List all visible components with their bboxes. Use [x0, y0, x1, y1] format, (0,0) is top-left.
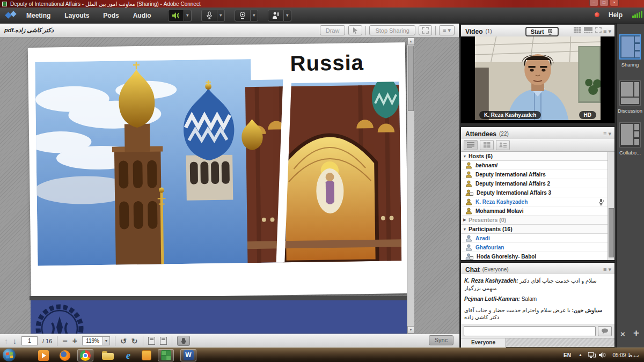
grid-view-icon[interactable] — [574, 27, 581, 33]
tab-everyone[interactable]: Everyone — [461, 338, 506, 348]
scrollbar-thumb[interactable] — [408, 46, 414, 111]
windows-taskbar: e W EN ▲ ب.ظ 05:09 — [0, 348, 644, 362]
presenters-section-row[interactable]: ▶ Presenters (0) — [461, 216, 608, 225]
zoom-level-select[interactable]: 119% ▼ — [82, 336, 110, 345]
attendee-row[interactable]: Hoda Ghoreishy- Babol — [461, 252, 608, 260]
zoom-in-button[interactable]: + — [72, 336, 77, 346]
webcam-dropdown[interactable]: ▾ — [251, 10, 258, 21]
chat-pod-menu-button[interactable]: ≡ ▾ — [603, 266, 611, 273]
stop-sharing-button[interactable]: Stop Sharing — [369, 25, 415, 35]
chat-text: با عرض سلام واحترام خدمت حضار و جناب آقا… — [464, 307, 570, 321]
raise-hand-button[interactable] — [268, 10, 284, 21]
attendee-list-view-button[interactable] — [464, 140, 478, 150]
attendee-row[interactable]: Ghafourian — [461, 243, 608, 252]
menu-audio[interactable]: Audio — [126, 8, 158, 24]
tray-volume-icon[interactable] — [599, 352, 606, 358]
mic-control: ▾ — [201, 10, 225, 21]
rotate-left-button[interactable]: ↺ — [120, 337, 127, 345]
layout-discussion-label[interactable]: Discussion — [616, 108, 644, 114]
draw-button[interactable]: Draw — [320, 25, 346, 35]
layout-collaboration-label[interactable]: Collabo... — [616, 150, 644, 156]
start-button[interactable] — [3, 349, 16, 361]
zoom-dropdown-caret[interactable]: ▼ — [103, 337, 109, 345]
layout-discussion-thumbnail[interactable] — [619, 80, 641, 106]
attendees-pod-menu-button[interactable]: ≡ ▾ — [603, 130, 611, 137]
pan-tool-button[interactable] — [177, 336, 190, 346]
start-webcam-button[interactable]: Start — [525, 27, 559, 36]
collapse-triangle-icon: ▼ — [461, 227, 469, 231]
taskbar-chrome-icon[interactable] — [77, 349, 93, 361]
chat-message: سیاوش خون: با عرض سلام واحترام خدمت حضار… — [464, 307, 611, 321]
attendee-row[interactable]: Deputy International Affairs 3 — [461, 188, 608, 197]
taskbar-firefox-icon[interactable] — [57, 349, 73, 361]
filmstrip-view-icon[interactable] — [584, 27, 592, 33]
menu-layouts[interactable]: Layouts — [57, 8, 96, 24]
status-dropdown[interactable]: ▾ — [284, 10, 291, 21]
share-pod-menu-button[interactable]: ≡ ▾ — [439, 25, 455, 35]
mic-dropdown[interactable]: ▾ — [217, 10, 225, 21]
speaker-button[interactable] — [168, 10, 184, 21]
page-number-input[interactable]: 1 — [21, 336, 38, 345]
fullscreen-icon — [422, 27, 429, 34]
tray-language-indicator[interactable]: EN — [564, 352, 571, 358]
taskbar-explorer-icon[interactable] — [100, 349, 116, 361]
menu-meeting[interactable]: Meeting — [19, 8, 57, 24]
webcam-button[interactable] — [235, 10, 251, 21]
attendee-row[interactable]: Deputy International Affairs — [461, 170, 608, 179]
taskbar-word-icon[interactable]: W — [180, 349, 196, 361]
attendees-scrollbar-thumb[interactable] — [609, 208, 614, 257]
taskbar-notes-app-icon[interactable] — [138, 349, 155, 361]
scroll-down-button[interactable]: ▼ — [407, 326, 414, 334]
remove-layout-icon[interactable]: × — [620, 329, 625, 338]
layout-collaboration-thumbnail[interactable] — [619, 122, 641, 147]
layout-sharing-thumbnail[interactable] — [619, 34, 641, 60]
next-page-button[interactable]: ↓ — [13, 337, 17, 345]
scroll-up-button[interactable]: ▲ — [407, 38, 414, 45]
list-view-icon — [467, 142, 474, 148]
webcam-feed — [475, 36, 601, 120]
mic-button[interactable] — [201, 10, 217, 21]
tray-network-icon[interactable] — [588, 352, 596, 358]
add-layout-icon[interactable]: + — [633, 327, 639, 339]
hosts-section-row[interactable]: ▼ Hosts (6) — [461, 152, 608, 161]
taskbar-ie-icon[interactable]: e — [120, 349, 136, 361]
taskbar-media-player-icon[interactable] — [35, 349, 52, 361]
chat-input[interactable] — [464, 326, 596, 336]
participants-section-row[interactable]: ▼ Participants (16) — [461, 225, 608, 234]
window-titlebar: Deputy of International Affairs - معاونت… — [0, 0, 644, 8]
fit-page-icon[interactable] — [160, 337, 167, 345]
zoom-out-button[interactable]: − — [62, 336, 67, 346]
menu-pods[interactable]: Pods — [96, 8, 126, 24]
video-fullscreen-icon[interactable] — [595, 27, 602, 33]
document-scrollbar[interactable]: ▲ ▼ — [407, 38, 414, 334]
taskbar-adobe-connect-icon[interactable] — [158, 349, 174, 361]
video-pod-menu-button[interactable]: ≡ ▾ — [603, 28, 611, 35]
tray-show-hidden-icon[interactable]: ▲ — [579, 353, 582, 357]
menu-help[interactable]: Help — [609, 11, 623, 19]
pointer-button[interactable] — [348, 25, 362, 35]
close-button[interactable]: × — [610, 0, 619, 6]
attendee-row[interactable]: behnami — [461, 161, 608, 170]
share-pod-header: دکتر کاشی زاده.pdf Draw Stop Sharing ≡ ▾ — [0, 24, 459, 38]
maximize-button[interactable]: □ — [599, 0, 609, 6]
attendee-row-selected[interactable]: K. Reza Kashyzadeh — [461, 197, 608, 206]
tray-clock[interactable]: ب.ظ 05:09 — [611, 352, 641, 358]
prev-page-button[interactable]: ↑ — [4, 337, 8, 345]
host-icon — [465, 198, 472, 205]
chat-text: Salam — [522, 296, 537, 302]
attendee-grid-view-button[interactable] — [480, 140, 494, 150]
attendee-row[interactable]: Azadi — [461, 234, 608, 243]
layout-sharing-label[interactable]: Sharing — [616, 62, 644, 68]
minimize-button[interactable]: – — [589, 0, 598, 6]
speaker-dropdown[interactable]: ▾ — [184, 10, 192, 21]
attendee-row[interactable]: Mohammad Molavi — [461, 206, 608, 216]
fit-width-icon[interactable] — [148, 337, 155, 345]
sync-button[interactable]: Sync — [429, 335, 453, 345]
send-message-button[interactable] — [598, 326, 612, 336]
pointer-icon — [352, 27, 358, 34]
attendee-status-view-button[interactable] — [496, 140, 510, 150]
attendees-scrollbar[interactable] — [608, 152, 614, 260]
attendee-row[interactable]: Deputy International Affairs 2 — [461, 179, 608, 188]
fullscreen-button[interactable] — [419, 25, 432, 35]
rotate-right-button[interactable]: ↻ — [131, 337, 138, 345]
